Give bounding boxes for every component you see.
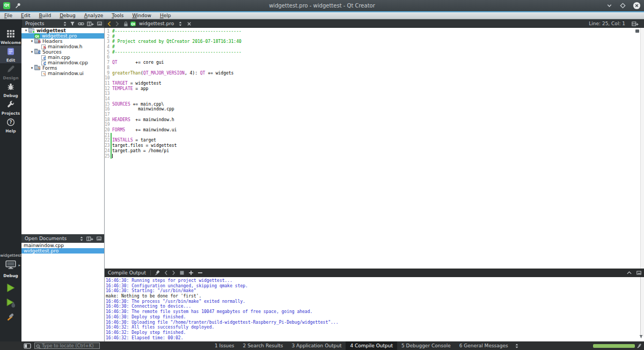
zoom-in-icon[interactable] xyxy=(188,270,194,275)
output-pane-button-search-results[interactable]: 2 Search Results xyxy=(239,341,288,350)
menu-analyze[interactable]: Analyze xyxy=(80,12,107,19)
tree-item-forms[interactable]: ▾✎Forms xyxy=(21,65,104,71)
clear-output-icon[interactable] xyxy=(154,270,160,276)
mode-debug[interactable]: Debug xyxy=(0,81,21,99)
debug-run-button[interactable] xyxy=(5,297,16,308)
locator-field xyxy=(34,342,100,349)
code-line: 7QT += core gui xyxy=(105,60,644,65)
output-line: 16:46:30: Uploading file "/home/tranter/… xyxy=(106,320,644,325)
locator-input[interactable] xyxy=(35,343,99,348)
previous-item-icon[interactable] xyxy=(164,270,168,275)
close-editor-icon[interactable] xyxy=(187,21,192,26)
toggle-sidebar-icon[interactable] xyxy=(24,343,31,349)
expander-icon[interactable]: ▾ xyxy=(30,39,34,44)
vcs-added-marker xyxy=(111,143,112,148)
tree-item-mainwindow-ui[interactable]: ✎mainwindow.ui xyxy=(21,71,104,76)
menu-file[interactable]: File xyxy=(0,12,17,19)
editor-tab-label[interactable]: widgettest.pro xyxy=(139,21,174,26)
open-doc-widgettest-pro[interactable]: widgettest.pro xyxy=(21,248,104,254)
vcs-gutter xyxy=(111,55,112,60)
close-panel-icon[interactable] xyxy=(97,21,103,26)
mode-projects[interactable]: Projects xyxy=(0,99,21,116)
cancel-build-icon[interactable] xyxy=(179,270,185,275)
maximize-button[interactable] xyxy=(619,2,626,9)
code-line: 10 xyxy=(105,76,644,81)
compile-output-pane: Compile Output 16:46:30: Running steps f… xyxy=(105,269,644,341)
next-item-icon[interactable] xyxy=(172,270,175,275)
output-pane-button-compile-output[interactable]: 4 Compile Output xyxy=(346,341,397,350)
mode-edit[interactable]: Edit xyxy=(0,46,21,63)
tree-item-headers[interactable]: ▾hHeaders xyxy=(21,39,104,44)
menu-debug[interactable]: Debug xyxy=(55,12,80,19)
menu-build[interactable]: Build xyxy=(35,12,56,19)
output-scrollbar[interactable] xyxy=(640,277,644,337)
zoom-out-icon[interactable] xyxy=(197,270,203,275)
split-panel-icon[interactable] xyxy=(87,21,94,27)
status-bar: 1 Issues2 Search Results3 Application Ou… xyxy=(0,341,644,350)
output-line: 16:46:32: Elapsed time: 00:02. xyxy=(106,336,644,341)
projects-pane-title[interactable]: Projects xyxy=(22,21,63,26)
close-output-icon[interactable] xyxy=(636,270,642,275)
open-documents-list: mainwindow.cppwidgettest.pro xyxy=(21,243,104,254)
filter-tree-icon[interactable] xyxy=(70,21,75,26)
menu-help[interactable]: Help xyxy=(156,12,175,19)
mode-welcome[interactable]: Welcome xyxy=(0,28,21,46)
minimize-button[interactable] xyxy=(606,2,613,9)
code-line: 17 xyxy=(105,112,644,117)
split-panel-icon[interactable] xyxy=(86,236,93,242)
run-button[interactable] xyxy=(5,282,16,293)
open-doc-mainwindow-cpp[interactable]: mainwindow.cpp xyxy=(21,243,104,248)
code-text: target.path = /home/pi xyxy=(112,148,169,154)
editor-scrollbar[interactable] xyxy=(640,28,644,269)
output-filter-icon[interactable] xyxy=(639,331,643,341)
output-pane-button-application-output[interactable]: 3 Application Output xyxy=(287,341,346,350)
line-number: 24 xyxy=(105,148,110,154)
title-bar[interactable]: Qt widgettest.pro - widgettest - Qt Crea… xyxy=(0,0,644,11)
output-pane-button-general-messages[interactable]: 6 General Messages xyxy=(455,341,513,350)
expander-icon[interactable]: ▾ xyxy=(24,28,28,33)
pane-dropdown-icon[interactable] xyxy=(79,236,84,242)
help-mode-icon: ? xyxy=(6,118,15,126)
expander-icon[interactable]: ▾ xyxy=(30,65,34,71)
document-dropdown-icon[interactable] xyxy=(178,21,182,27)
vcs-gutter xyxy=(111,60,112,65)
lock-icon xyxy=(123,21,128,27)
build-button[interactable] xyxy=(6,312,16,322)
back-icon[interactable] xyxy=(107,21,111,27)
menu-tools[interactable]: Tools xyxy=(107,12,128,19)
pane-resize-arrows-icon[interactable] xyxy=(515,343,519,349)
code-line: 9greaterThan(QT_MAJOR_VERSION, 4): QT +=… xyxy=(105,71,644,76)
vcs-added-marker xyxy=(111,133,112,138)
pro-file-icon: Qt xyxy=(130,21,136,26)
open-documents-title[interactable]: Open Documents xyxy=(21,236,79,241)
output-pane-button-debugger-console[interactable]: 5 Debugger Console xyxy=(397,341,455,350)
line-number: 11 xyxy=(105,81,110,86)
menu-edit[interactable]: Edit xyxy=(17,12,34,19)
code-line: 18HEADERS += mainwindow.h xyxy=(105,117,644,123)
tree-item-main-cpp[interactable]: Cmain.cpp xyxy=(21,55,104,60)
tree-item-widgettest[interactable]: ▾widgettest xyxy=(21,28,104,33)
kit-selector-button[interactable]: ▸ xyxy=(5,260,17,272)
projects-mode-icon xyxy=(6,100,15,109)
code-line: 16 mainwindow.cpp xyxy=(105,107,644,112)
tree-item-sources[interactable]: ▾CSources xyxy=(21,49,104,55)
expander-icon[interactable]: ▾ xyxy=(30,49,34,55)
forward-icon[interactable] xyxy=(115,21,119,27)
close-panel-icon[interactable] xyxy=(96,236,102,241)
mode-help[interactable]: ?Help xyxy=(0,116,21,134)
split-editor-icon[interactable] xyxy=(632,21,639,27)
menu-window[interactable]: Window xyxy=(128,12,156,19)
close-button[interactable] xyxy=(633,2,641,10)
tree-item-label: Headers xyxy=(42,39,62,44)
build-progress-details-icon[interactable] xyxy=(636,343,642,349)
maximize-output-icon[interactable] xyxy=(626,271,632,275)
mode-label-design: Design xyxy=(0,76,21,80)
code-text: QT += core gui xyxy=(112,60,164,65)
pane-dropdown-icon[interactable] xyxy=(63,21,67,27)
output-pane-button-issues[interactable]: 1 Issues xyxy=(210,341,239,350)
code-editor[interactable]: 1#--------------------------------------… xyxy=(105,28,644,269)
compile-output-log[interactable]: 16:46:30: Running steps for project widg… xyxy=(105,277,644,341)
vcs-gutter xyxy=(111,112,112,117)
link-with-editor-icon[interactable] xyxy=(78,21,84,26)
code-line: 11TARGET = widgettest xyxy=(105,81,644,86)
